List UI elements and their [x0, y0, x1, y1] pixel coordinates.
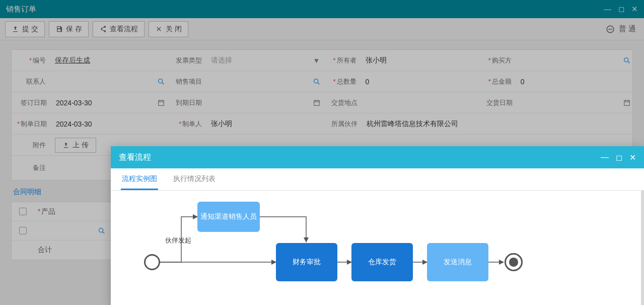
tab-diagram[interactable]: 流程实例图	[121, 168, 158, 190]
flow-node-notify: 通知渠道销售人员	[197, 202, 260, 232]
flow-start-node	[144, 254, 160, 270]
flow-end-node	[505, 253, 523, 271]
flow-node-finance: 财务审批	[276, 243, 337, 281]
modal-minimize-icon[interactable]: —	[601, 153, 609, 162]
modal-body: 通知渠道销售人员 伙伴发起 财务审批 仓库发货 发送消息	[111, 191, 644, 305]
flow-node-message: 发送消息	[427, 243, 488, 281]
tab-exec-list[interactable]: 执行情况列表	[172, 168, 217, 190]
modal-title: 查看流程	[119, 152, 601, 163]
modal-maximize-icon[interactable]: ◻	[616, 153, 622, 162]
view-flow-modal: 查看流程 — ◻ ✕ 流程实例图 执行情况列表	[111, 146, 644, 305]
flow-edge-label: 伙伴发起	[165, 236, 191, 245]
modal-close-icon[interactable]: ✕	[629, 153, 636, 162]
flow-node-warehouse: 仓库发货	[351, 243, 413, 281]
